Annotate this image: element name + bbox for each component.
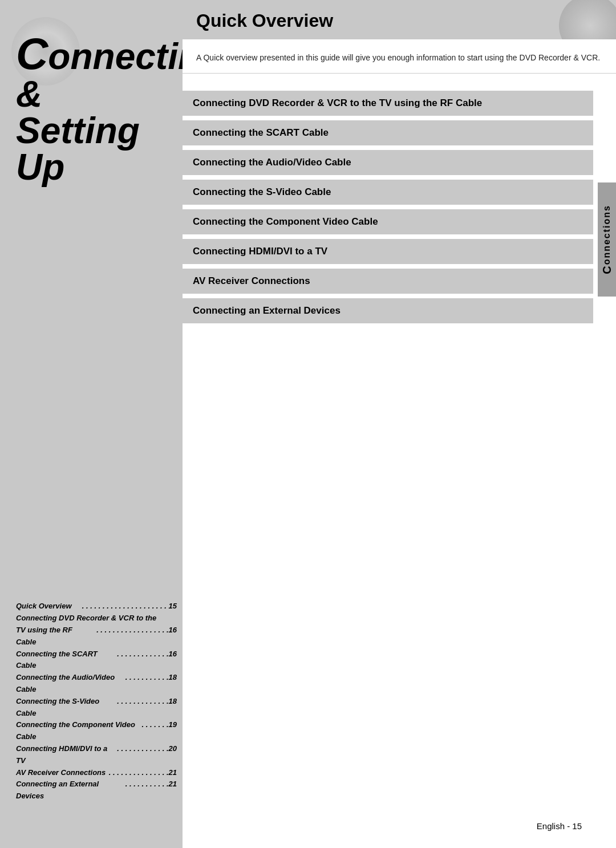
description-section: A Quick overview presented in this guide… xyxy=(183,39,616,74)
toc-item: TV using the RF Cable . . . . . . . . . … xyxy=(16,624,177,648)
page-container: Connecting & Setting Up Quick Overview .… xyxy=(0,0,616,848)
menu-item-label: Connecting the Component Video Cable xyxy=(193,216,378,227)
toc-title: Connecting DVD Recorder & VCR to the xyxy=(16,612,175,624)
chapter-title: Connecting & Setting Up xyxy=(16,31,177,185)
page-footer: English - 15 xyxy=(537,821,582,831)
title-setting-up: Setting Up xyxy=(16,112,177,185)
toc-dots-page: . . . . . . . . . . . . .20 xyxy=(117,743,177,767)
menu-item-label: Connecting HDMI/DVI to a TV xyxy=(193,246,327,257)
toc-item: Connecting DVD Recorder & VCR to the xyxy=(16,612,177,624)
menu-item-label: AV Receiver Connections xyxy=(193,275,310,286)
menu-item-rf-cable[interactable]: Connecting DVD Recorder & VCR to the TV … xyxy=(183,91,593,116)
toc-dots-page: . . . . . . . . . . .21 xyxy=(125,778,177,802)
menu-items-list: Connecting DVD Recorder & VCR to the TV … xyxy=(183,91,616,323)
menu-item-s-video[interactable]: Connecting the S-Video Cable xyxy=(183,180,593,205)
menu-item-hdmi-dvi[interactable]: Connecting HDMI/DVI to a TV xyxy=(183,239,593,264)
menu-item-label: Connecting the SCART Cable xyxy=(193,127,329,138)
toc-title: Connecting the SCART Cable xyxy=(16,648,115,672)
menu-item-label: Connecting an External Devices xyxy=(193,305,341,316)
menu-item-scart[interactable]: Connecting the SCART Cable xyxy=(183,120,593,145)
toc-dots-page: . . . . . . .19 xyxy=(142,719,177,743)
menu-item-label: Connecting the S-Video Cable xyxy=(193,186,331,197)
menu-item-av-receiver[interactable]: AV Receiver Connections xyxy=(183,269,593,294)
toc-item: Connecting the SCART Cable . . . . . . .… xyxy=(16,648,177,672)
toc-item: Quick Overview . . . . . . . . . . . . .… xyxy=(16,601,177,612)
menu-item-component-video[interactable]: Connecting the Component Video Cable xyxy=(183,209,593,234)
side-tab-label: Connections xyxy=(601,205,614,274)
toc-item: Connecting HDMI/DVI to a TV . . . . . . … xyxy=(16,743,177,767)
toc-section: Quick Overview . . . . . . . . . . . . .… xyxy=(16,601,177,802)
toc-title: Connecting the Audio/Video Cable xyxy=(16,672,123,696)
menu-item-label: Connecting the Audio/Video Cable xyxy=(193,157,351,168)
toc-dots-page: . . . . . . . . . . . . . . . . . .16 xyxy=(96,624,177,648)
toc-title: Connecting the S-Video Cable xyxy=(16,696,115,720)
menu-item-external-devices[interactable]: Connecting an External Devices xyxy=(183,298,593,323)
toc-item: Connecting the S-Video Cable . . . . . .… xyxy=(16,696,177,720)
menu-item-audio-video[interactable]: Connecting the Audio/Video Cable xyxy=(183,150,593,175)
toc-dots-page: . . . . . . . . . . .18 xyxy=(125,672,177,696)
toc-dots-page: . . . . . . . . . . . . . . . . . . . . … xyxy=(82,601,177,612)
toc-dots-page: . . . . . . . . . . . . .16 xyxy=(117,648,177,672)
quick-overview-title: Quick Overview xyxy=(196,10,602,31)
right-panel: Connections Quick Overview A Quick overv… xyxy=(183,0,616,848)
toc-item: Connecting an External Devices . . . . .… xyxy=(16,778,177,802)
side-tab: Connections xyxy=(598,182,616,297)
title-connecting: Connecting & xyxy=(16,31,177,112)
toc-item: Connecting the Component Video Cable . .… xyxy=(16,719,177,743)
description-text: A Quick overview presented in this guide… xyxy=(196,52,602,64)
toc-title: Connecting an External Devices xyxy=(16,778,123,802)
toc-title: Connecting HDMI/DVI to a TV xyxy=(16,743,115,767)
left-panel: Connecting & Setting Up Quick Overview .… xyxy=(0,0,183,848)
toc-title: AV Receiver Connections xyxy=(16,767,107,779)
toc-title: Connecting the Component Video Cable xyxy=(16,719,140,743)
toc-item: Connecting the Audio/Video Cable . . . .… xyxy=(16,672,177,696)
quick-overview-header: Quick Overview xyxy=(183,0,616,39)
toc-item: AV Receiver Connections . . . . . . . . … xyxy=(16,767,177,779)
toc-title: Quick Overview xyxy=(16,601,80,612)
toc-dots-page: . . . . . . . . . . . . .18 xyxy=(117,696,177,720)
toc-title: TV using the RF Cable xyxy=(16,624,94,648)
toc-dots-page: . . . . . . . . . . . . . . .21 xyxy=(109,767,177,779)
menu-item-label: Connecting DVD Recorder & VCR to the TV … xyxy=(193,98,482,108)
